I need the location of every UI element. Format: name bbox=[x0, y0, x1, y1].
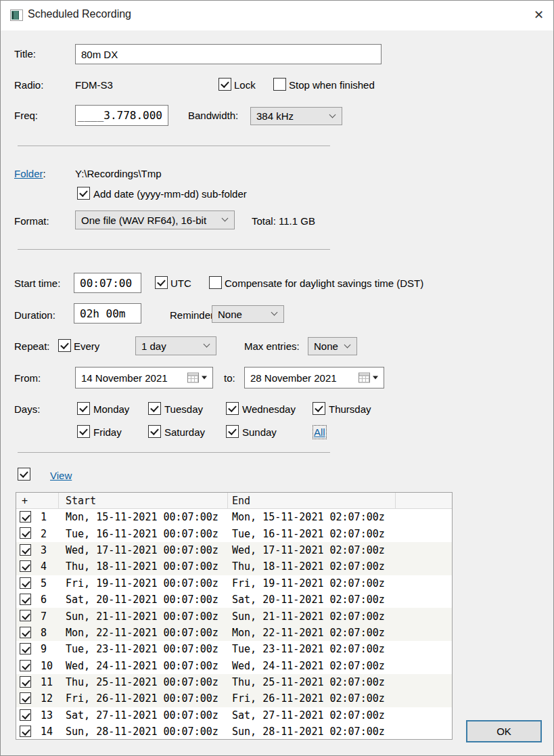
max-entries-select[interactable]: None bbox=[308, 337, 357, 355]
header-start[interactable]: Start bbox=[59, 493, 228, 508]
row-end: Sun, 21-11-2021 02:07:00z bbox=[232, 610, 385, 623]
total-size: Total: 11.1 GB bbox=[252, 215, 315, 227]
row-start: Sat, 20-11-2021 00:07:00z bbox=[66, 594, 218, 606]
chevron-down-icon bbox=[222, 215, 229, 222]
row-number: 2 bbox=[41, 528, 47, 540]
thursday-checkbox[interactable] bbox=[313, 402, 325, 415]
row-checkbox[interactable] bbox=[20, 643, 31, 654]
repeat-every-checkbox[interactable] bbox=[58, 339, 71, 352]
row-start: Sun, 28-11-2021 00:07:00z bbox=[66, 726, 218, 738]
stop-when-finished-checkbox[interactable] bbox=[273, 78, 286, 91]
start-time-input[interactable]: 00:07:00 bbox=[74, 273, 141, 293]
row-number: 10 bbox=[41, 660, 53, 672]
table-row[interactable]: 4 Thu, 18-11-2021 00:07:00z Thu, 18-11-2… bbox=[16, 558, 452, 575]
dropdown-arrow-icon[interactable] bbox=[202, 376, 207, 380]
row-number: 4 bbox=[41, 560, 47, 573]
header-plus[interactable]: + bbox=[16, 493, 59, 508]
row-checkbox[interactable] bbox=[20, 726, 31, 737]
sunday-checkbox[interactable] bbox=[226, 425, 239, 438]
row-checkbox[interactable] bbox=[20, 692, 31, 704]
repeat-interval-select[interactable]: 1 day bbox=[135, 336, 216, 355]
days-label: Days: bbox=[14, 403, 40, 415]
separator bbox=[18, 146, 330, 146]
to-date-picker[interactable]: 28 November 2021 bbox=[244, 367, 384, 388]
view-checkbox[interactable] bbox=[18, 468, 30, 481]
row-end: Thu, 25-11-2021 02:07:00z bbox=[232, 676, 385, 688]
format-select[interactable]: One file (WAV RF64), 16-bit bbox=[75, 210, 235, 229]
scheduled-recording-dialog: Scheduled Recording ✕ Title: 80m DX Radi… bbox=[0, 0, 554, 756]
row-checkbox[interactable] bbox=[20, 527, 31, 539]
title-input[interactable]: 80m DX bbox=[75, 44, 382, 64]
row-checkbox[interactable] bbox=[20, 560, 31, 572]
monday-checkbox[interactable] bbox=[77, 402, 90, 415]
from-label: From: bbox=[14, 372, 41, 384]
row-end: Wed, 17-11-2021 02:07:00z bbox=[232, 544, 385, 556]
table-row[interactable]: 8 Mon, 22-11-2021 00:07:00z Mon, 22-11-2… bbox=[16, 625, 452, 641]
table-row[interactable]: 7 Sun, 21-11-2021 00:07:00z Sun, 21-11-2… bbox=[16, 608, 452, 624]
chevron-down-icon bbox=[329, 111, 336, 118]
lock-checkbox[interactable] bbox=[218, 78, 231, 91]
all-days-link[interactable]: All bbox=[314, 426, 325, 438]
row-number: 1 bbox=[41, 511, 47, 523]
row-checkbox[interactable] bbox=[20, 660, 31, 671]
from-date-picker[interactable]: 14 November 2021 bbox=[75, 367, 213, 388]
table-row[interactable]: 12 Fri, 26-11-2021 00:07:00z Fri, 26-11-… bbox=[16, 690, 452, 707]
add-date-label: Add date (yyyy-mm-dd) sub-folder bbox=[93, 188, 247, 200]
max-entries-value: None bbox=[314, 340, 338, 352]
row-end: Sun, 28-11-2021 02:07:00z bbox=[232, 726, 385, 738]
row-number: 5 bbox=[41, 577, 47, 590]
row-number: 14 bbox=[41, 726, 53, 738]
row-number: 11 bbox=[41, 676, 53, 688]
ok-button[interactable]: OK bbox=[466, 720, 542, 742]
dropdown-arrow-icon[interactable] bbox=[373, 376, 378, 380]
calendar-icon[interactable] bbox=[359, 373, 370, 383]
saturday-checkbox[interactable] bbox=[148, 425, 161, 438]
tuesday-checkbox[interactable] bbox=[148, 402, 161, 415]
row-checkbox[interactable] bbox=[20, 544, 31, 556]
row-checkbox[interactable] bbox=[20, 627, 31, 638]
table-row[interactable]: 13 Sat, 27-11-2021 00:07:00z Sat, 27-11-… bbox=[16, 707, 452, 724]
row-number: 9 bbox=[41, 643, 47, 655]
table-row[interactable]: 5 Fri, 19-11-2021 00:07:00z Fri, 19-11-2… bbox=[16, 575, 452, 592]
from-date-value: 14 November 2021 bbox=[81, 372, 168, 384]
start-time-label: Start time: bbox=[14, 277, 60, 289]
dst-checkbox[interactable] bbox=[209, 276, 222, 289]
table-row[interactable]: 3 Wed, 17-11-2021 00:07:00z Wed, 17-11-2… bbox=[16, 542, 452, 558]
schedule-table-header: + Start End bbox=[16, 493, 452, 509]
view-link[interactable]: View bbox=[50, 470, 72, 481]
wednesday-checkbox[interactable] bbox=[226, 402, 239, 415]
row-start: Tue, 23-11-2021 00:07:00z bbox=[66, 643, 218, 655]
separator bbox=[18, 452, 330, 453]
table-row[interactable]: 9 Tue, 23-11-2021 00:07:00z Tue, 23-11-2… bbox=[16, 641, 452, 657]
table-row[interactable]: 10 Wed, 24-11-2021 00:07:00z Wed, 24-11-… bbox=[16, 658, 452, 674]
row-start: Sat, 27-11-2021 00:07:00z bbox=[66, 709, 218, 721]
table-row[interactable]: 14 Sun, 28-11-2021 00:07:00z Sun, 28-11-… bbox=[16, 724, 452, 740]
header-end[interactable]: End bbox=[228, 493, 396, 508]
row-checkbox[interactable] bbox=[20, 676, 31, 688]
friday-checkbox[interactable] bbox=[77, 425, 90, 438]
freq-input[interactable]: ____3.778.000 bbox=[75, 105, 168, 126]
row-checkbox[interactable] bbox=[20, 577, 31, 589]
reminder-select[interactable]: None bbox=[212, 305, 284, 323]
calendar-icon[interactable] bbox=[187, 373, 199, 383]
table-row[interactable]: 2 Tue, 16-11-2021 00:07:00z Tue, 16-11-2… bbox=[16, 525, 452, 541]
folder-row-label: Folder: bbox=[14, 168, 46, 179]
row-checkbox[interactable] bbox=[20, 594, 31, 605]
utc-checkbox[interactable] bbox=[155, 276, 168, 289]
reminder-label: Reminder: bbox=[170, 309, 216, 321]
row-checkbox[interactable] bbox=[20, 511, 31, 522]
reminder-value: None bbox=[218, 309, 242, 320]
folder-link[interactable]: Folder bbox=[14, 168, 43, 179]
row-checkbox[interactable] bbox=[20, 709, 31, 721]
row-checkbox[interactable] bbox=[20, 610, 31, 621]
radio-label: Radio: bbox=[14, 79, 43, 91]
add-date-checkbox[interactable] bbox=[77, 187, 90, 200]
table-row[interactable]: 6 Sat, 20-11-2021 00:07:00z Sat, 20-11-2… bbox=[16, 592, 452, 608]
close-icon[interactable]: ✕ bbox=[534, 7, 544, 23]
row-end: Tue, 16-11-2021 02:07:00z bbox=[232, 528, 385, 540]
row-number: 7 bbox=[41, 610, 47, 623]
bandwidth-select[interactable]: 384 kHz bbox=[250, 107, 342, 125]
table-row[interactable]: 1 Mon, 15-11-2021 00:07:00z Mon, 15-11-2… bbox=[16, 509, 452, 525]
duration-input[interactable]: 02h 00m bbox=[74, 303, 141, 324]
table-row[interactable]: 11 Thu, 25-11-2021 00:07:00z Thu, 25-11-… bbox=[16, 674, 452, 690]
